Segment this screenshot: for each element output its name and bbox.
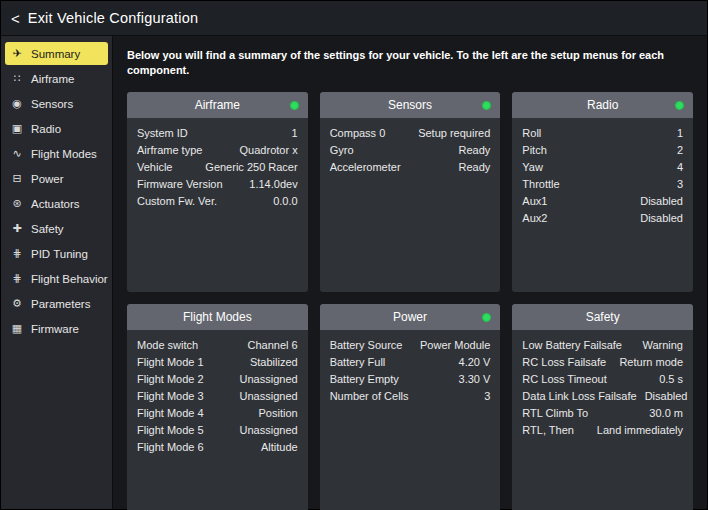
summary-row: Gyro Ready	[330, 142, 491, 158]
status-ok-icon	[482, 313, 491, 322]
summary-row-value: 4.20 V	[459, 354, 491, 370]
summary-row-label: Battery Source	[330, 337, 403, 353]
sidebar-item-safety[interactable]: ✚ Safety	[5, 217, 108, 240]
sidebar-item-label: Flight Behavior	[31, 273, 108, 285]
pid-tuning-icon: ⋕	[10, 247, 24, 260]
summary-card-safety[interactable]: Safety Low Battery Failsafe Warning RC L…	[512, 304, 693, 510]
summary-row: Throttle 3	[522, 176, 683, 192]
sensors-icon: ◉	[10, 97, 24, 110]
summary-row-label: Firmware Version	[137, 176, 223, 192]
sidebar-item-power[interactable]: ⊟ Power	[5, 167, 108, 190]
summary-row-label: Flight Mode 2	[137, 371, 204, 387]
summary-row-label: Data Link Loss Failsafe	[522, 388, 636, 404]
summary-row-label: Flight Mode 3	[137, 388, 204, 404]
summary-row-label: Roll	[522, 125, 541, 141]
summary-cards: Airframe System ID 1 Airframe type Quadr…	[127, 92, 693, 510]
sidebar-item-radio[interactable]: ▣ Radio	[5, 117, 108, 140]
flight-modes-icon: ∿	[10, 147, 24, 160]
sidebar-item-summary[interactable]: ✈ Summary	[5, 42, 108, 65]
summary-row: Roll 1	[522, 125, 683, 141]
summary-card-title: Flight Modes	[183, 310, 252, 324]
summary-row: Number of Cells 3	[330, 388, 491, 404]
summary-row-value: Setup required	[418, 125, 490, 141]
sidebar-item-actuators[interactable]: ⊛ Actuators	[5, 192, 108, 215]
summary-row-label: Aux2	[522, 210, 547, 226]
summary-card-power[interactable]: Power Battery Source Power Module Batter…	[320, 304, 501, 510]
summary-row-value: Disabled	[640, 210, 683, 226]
summary-row: RTL Climb To 30.0 m	[522, 405, 683, 421]
summary-card-sensors[interactable]: Sensors Compass 0 Setup required Gyro Re…	[320, 92, 501, 292]
sidebar-item-label: Parameters	[31, 298, 90, 310]
summary-row-label: RTL Climb To	[522, 405, 588, 421]
parameters-icon: ⚙	[10, 297, 24, 310]
summary-row-label: Pitch	[522, 142, 546, 158]
sidebar-item-label: Sensors	[31, 98, 73, 110]
sidebar-item-pid-tuning[interactable]: ⋕ PID Tuning	[5, 242, 108, 265]
summary-card-body: Mode switch Channel 6 Flight Mode 1 Stab…	[127, 330, 308, 510]
summary-row-value: 3.30 V	[459, 371, 491, 387]
summary-row: Custom Fw. Ver. 0.0.0	[137, 193, 298, 209]
sidebar-item-label: Power	[31, 173, 64, 185]
power-icon: ⊟	[10, 172, 24, 185]
sidebar-item-label: Safety	[31, 223, 64, 235]
firmware-icon: ▦	[10, 322, 24, 335]
status-ok-icon	[290, 101, 299, 110]
summary-card-title: Power	[393, 310, 427, 324]
summary-card-airframe[interactable]: Airframe System ID 1 Airframe type Quadr…	[127, 92, 308, 292]
summary-card-radio[interactable]: Radio Roll 1 Pitch 2 Yaw 4 Throttle 3 Au…	[512, 92, 693, 292]
summary-row-value: Unassigned	[240, 371, 298, 387]
summary-row-value: 30.0 m	[649, 405, 683, 421]
summary-card-body: System ID 1 Airframe type Quadrotor x Ve…	[127, 118, 308, 292]
top-bar: < Exit Vehicle Configuration	[1, 1, 707, 36]
summary-row-value: 4	[677, 159, 683, 175]
summary-card-body: Compass 0 Setup required Gyro Ready Acce…	[320, 118, 501, 292]
flight-behavior-icon: ⋕	[10, 272, 24, 285]
summary-row: Accelerometer Ready	[330, 159, 491, 175]
sidebar-item-label: Firmware	[31, 323, 79, 335]
summary-row-label: Yaw	[522, 159, 543, 175]
summary-row-value: Ready	[459, 142, 491, 158]
summary-row-label: Low Battery Failsafe	[522, 337, 622, 353]
summary-row: Battery Empty 3.30 V	[330, 371, 491, 387]
summary-row-label: Flight Mode 5	[137, 422, 204, 438]
summary-card-body: Roll 1 Pitch 2 Yaw 4 Throttle 3 Aux1 Dis…	[512, 118, 693, 292]
summary-row-label: Compass 0	[330, 125, 386, 141]
summary-card-title: Safety	[586, 310, 620, 324]
sidebar-item-flight-behavior[interactable]: ⋕ Flight Behavior	[5, 267, 108, 290]
sidebar-item-label: Airframe	[31, 73, 74, 85]
summary-row-label: Number of Cells	[330, 388, 409, 404]
sidebar-item-label: PID Tuning	[31, 248, 88, 260]
summary-row-label: Battery Full	[330, 354, 386, 370]
sidebar-item-airframe[interactable]: ∷ Airframe	[5, 67, 108, 90]
summary-card-body: Battery Source Power Module Battery Full…	[320, 330, 501, 510]
back-icon[interactable]: <	[11, 10, 20, 27]
summary-row: Flight Mode 5 Unassigned	[137, 422, 298, 438]
summary-row-value: Quadrotor x	[240, 142, 298, 158]
summary-row-label: Accelerometer	[330, 159, 401, 175]
summary-card-flight-modes[interactable]: Flight Modes Mode switch Channel 6 Fligh…	[127, 304, 308, 510]
summary-card-title: Radio	[587, 98, 618, 112]
summary-row-value: Power Module	[420, 337, 490, 353]
summary-row-value: Disabled	[645, 388, 688, 404]
sidebar-item-sensors[interactable]: ◉ Sensors	[5, 92, 108, 115]
exit-vehicle-configuration-link[interactable]: Exit Vehicle Configuration	[28, 10, 198, 26]
summary-row-value: Return mode	[619, 354, 683, 370]
airframe-icon: ∷	[10, 72, 24, 85]
summary-row-label: RC Loss Failsafe	[522, 354, 606, 370]
summary-card-header: Sensors	[320, 92, 501, 118]
sidebar-item-parameters[interactable]: ⚙ Parameters	[5, 292, 108, 315]
summary-row: Pitch 2	[522, 142, 683, 158]
summary-row-value: 1	[677, 125, 683, 141]
sidebar-item-firmware[interactable]: ▦ Firmware	[5, 317, 108, 340]
summary-row-value: 0.5 s	[659, 371, 683, 387]
summary-row-value: 1	[292, 125, 298, 141]
sidebar: ✈ Summary ∷ Airframe ◉ Sensors ▣ Radio ∿…	[1, 36, 113, 509]
summary-row-label: Aux1	[522, 193, 547, 209]
status-ok-icon	[482, 101, 491, 110]
summary-row-value: Warning	[642, 337, 683, 353]
summary-row: Data Link Loss Failsafe Disabled	[522, 388, 683, 404]
summary-row-label: RTL, Then	[522, 422, 574, 438]
summary-card-body: Low Battery Failsafe Warning RC Loss Fai…	[512, 330, 693, 510]
sidebar-item-flight-modes[interactable]: ∿ Flight Modes	[5, 142, 108, 165]
summary-row: Yaw 4	[522, 159, 683, 175]
